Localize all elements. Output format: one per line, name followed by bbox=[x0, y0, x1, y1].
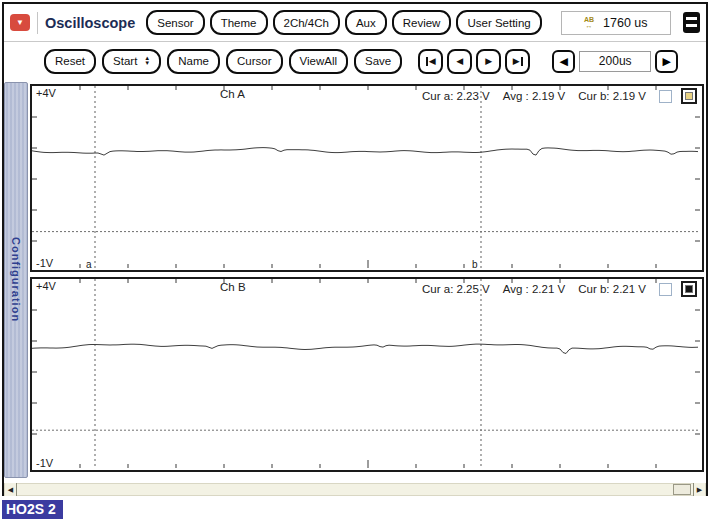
cursor-b-label[interactable]: b bbox=[472, 259, 478, 270]
timebase-value: 200us bbox=[579, 51, 651, 72]
save-button[interactable]: Save bbox=[354, 49, 402, 74]
channel-a-waveform-canvas[interactable] bbox=[32, 86, 700, 268]
channel-b-measurements: Cur a: 2.25 V Avg : 2.21 V Cur b: 2.21 V bbox=[422, 281, 697, 297]
main-toolbar: ▼ Oscilloscope Sensor Theme 2Ch/4Ch Aux … bbox=[4, 4, 706, 42]
timebase-selector: ◀ 200us ▶ bbox=[552, 50, 678, 73]
channel-b-cursor-a-value: Cur a: 2.25 V bbox=[422, 283, 490, 295]
channel-b-color-swatch bbox=[685, 285, 693, 293]
right-triangle-icon: ▶ bbox=[485, 56, 492, 66]
channel-b-checkbox-unchecked[interactable] bbox=[659, 283, 672, 296]
horizontal-scrollbar[interactable]: ◀ ▶ bbox=[4, 483, 706, 496]
sensor-button[interactable]: Sensor bbox=[146, 10, 204, 35]
control-toolbar: Reset Start ▲▼ Name Cursor ViewAll Save … bbox=[4, 42, 706, 80]
status-label: HO2S 2 bbox=[2, 500, 63, 519]
transport-controls: ◀ ◀ ▶ ▶ bbox=[418, 49, 530, 74]
channel-b-cursor-b-value: Cur b: 2.21 V bbox=[578, 283, 646, 295]
scroll-left-icon[interactable]: ◀ bbox=[5, 483, 17, 496]
delta-time-value: 1760 us bbox=[603, 16, 647, 30]
ab-cursor-icon: AB ↔ bbox=[584, 17, 594, 29]
step-back-button[interactable]: ◀ bbox=[447, 49, 472, 74]
viewall-button[interactable]: ViewAll bbox=[289, 49, 349, 74]
reset-button[interactable]: Reset bbox=[44, 49, 96, 74]
step-forward-button[interactable]: ▶ bbox=[476, 49, 501, 74]
channel-b-top-scale: +4V bbox=[36, 280, 56, 292]
channel-b-waveform-canvas[interactable] bbox=[32, 279, 700, 468]
oscilloscope-window: ▼ Oscilloscope Sensor Theme 2Ch/4Ch Aux … bbox=[2, 2, 708, 496]
app-dropdown-icon[interactable]: ▼ bbox=[10, 14, 30, 31]
channel-b-plot[interactable]: +4V Ch B Cur a: 2.25 V Avg : 2.21 V Cur … bbox=[30, 277, 704, 472]
channel-a-bottom-scale: -1V bbox=[36, 257, 53, 269]
screen: ▼ Oscilloscope Sensor Theme 2Ch/4Ch Aux … bbox=[0, 0, 712, 521]
scrollbar-thumb[interactable] bbox=[673, 484, 691, 495]
timebase-increase-button[interactable]: ▶ bbox=[655, 50, 678, 73]
right-triangle-icon: ▶ bbox=[662, 55, 670, 68]
channel-a-color-swatch bbox=[685, 92, 693, 100]
channel-b-bottom-scale: -1V bbox=[36, 457, 53, 469]
skip-to-start-button[interactable]: ◀ bbox=[418, 49, 443, 74]
configuration-label: Configuration bbox=[10, 237, 22, 322]
channel-mode-button[interactable]: 2Ch/4Ch bbox=[273, 10, 340, 35]
scroll-right-icon[interactable]: ▶ bbox=[693, 483, 705, 496]
down-arrow-icon: ▼ bbox=[16, 19, 24, 27]
list-menu-icon[interactable] bbox=[683, 12, 700, 33]
channel-a-measurements: Cur a: 2.23 V Avg : 2.19 V Cur b: 2.19 V bbox=[422, 88, 697, 104]
name-button[interactable]: Name bbox=[167, 49, 220, 74]
channel-a-name: Ch A bbox=[220, 88, 245, 100]
start-select-button[interactable]: Start ▲▼ bbox=[102, 49, 161, 74]
skip-to-end-button[interactable]: ▶ bbox=[505, 49, 530, 74]
user-setting-button[interactable]: User Setting bbox=[456, 10, 541, 35]
channel-b-checkbox-checked[interactable] bbox=[681, 281, 697, 297]
cursor-a-label[interactable]: a bbox=[86, 259, 92, 270]
channel-b-name: Ch B bbox=[220, 281, 246, 293]
channel-a-avg-value: Avg : 2.19 V bbox=[503, 90, 565, 102]
review-button[interactable]: Review bbox=[392, 10, 452, 35]
left-triangle-icon: ◀ bbox=[429, 56, 436, 66]
cursor-delta-time-display: AB ↔ 1760 us bbox=[561, 11, 671, 35]
channel-a-checkbox-checked[interactable] bbox=[681, 88, 697, 104]
right-triangle-icon: ▶ bbox=[513, 56, 520, 66]
aux-button[interactable]: Aux bbox=[345, 10, 387, 35]
app-title: Oscilloscope bbox=[45, 15, 135, 31]
bar-icon bbox=[426, 57, 428, 66]
channel-a-plot[interactable]: +4V Ch A Cur a: 2.23 V Avg : 2.19 V Cur … bbox=[30, 84, 704, 272]
timebase-decrease-button[interactable]: ◀ bbox=[552, 50, 575, 73]
channel-b-avg-value: Avg : 2.21 V bbox=[503, 283, 565, 295]
channel-a-checkbox-unchecked[interactable] bbox=[659, 90, 672, 103]
bar-icon bbox=[521, 57, 523, 66]
left-triangle-icon: ◀ bbox=[456, 56, 463, 66]
configuration-panel-handle[interactable]: Configuration bbox=[4, 82, 28, 478]
left-triangle-icon: ◀ bbox=[559, 55, 567, 68]
channel-a-cursor-a-value: Cur a: 2.23 V bbox=[422, 90, 490, 102]
toolbar-divider bbox=[37, 12, 38, 34]
cursor-button[interactable]: Cursor bbox=[226, 49, 283, 74]
channel-a-cursor-b-value: Cur b: 2.19 V bbox=[578, 90, 646, 102]
theme-button[interactable]: Theme bbox=[210, 10, 268, 35]
spinner-arrows-icon: ▲▼ bbox=[144, 56, 150, 66]
channel-a-top-scale: +4V bbox=[36, 87, 56, 99]
